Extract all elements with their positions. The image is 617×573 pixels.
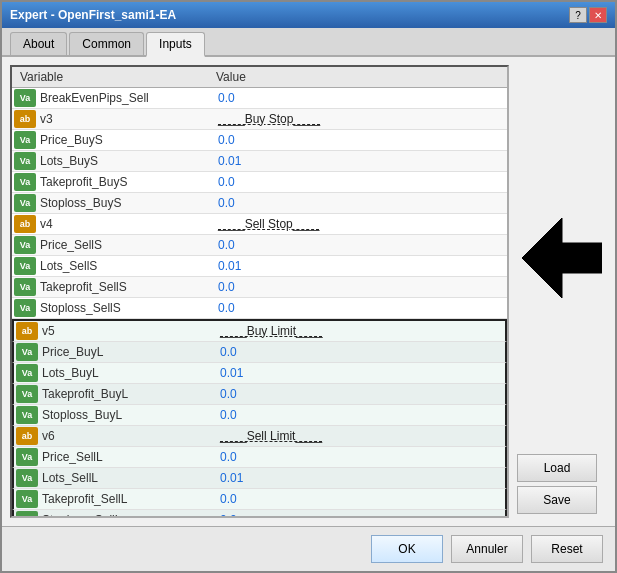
variable-value[interactable]: 0.0	[214, 238, 507, 252]
variable-name: Price_BuyS	[36, 133, 214, 147]
window-title: Expert - OpenFirst_sami1-EA	[10, 8, 176, 22]
variable-name: Stoploss_BuyS	[36, 196, 214, 210]
table-row[interactable]: VaPrice_BuyL0.0	[12, 342, 507, 363]
tab-about[interactable]: About	[10, 32, 67, 55]
variable-value[interactable]: 0.0	[216, 345, 505, 359]
variable-name: v6	[38, 429, 216, 443]
table-row[interactable]: VaStoploss_SellS0.0	[12, 298, 507, 319]
variable-name: Price_SellS	[36, 238, 214, 252]
side-panel: Load Save	[517, 65, 607, 518]
va-icon: Va	[16, 385, 38, 403]
va-icon: Va	[14, 173, 36, 191]
va-icon: Va	[14, 152, 36, 170]
variable-name: Takeprofit_BuyL	[38, 387, 216, 401]
variable-value[interactable]: 0.0	[214, 280, 507, 294]
variable-value[interactable]: ____Sell Limit____	[216, 429, 505, 443]
reset-button[interactable]: Reset	[531, 535, 603, 563]
variable-value[interactable]: 0.0	[214, 196, 507, 210]
table-row[interactable]: VaTakeprofit_BuyL0.0	[12, 384, 507, 405]
arrow-icon	[522, 198, 602, 318]
table-header: Variable Value	[12, 67, 507, 88]
variable-value[interactable]: 0.01	[214, 259, 507, 273]
variable-value[interactable]: ____Sell Stop____	[214, 217, 507, 231]
va-icon: Va	[16, 469, 38, 487]
table-row[interactable]: VaStoploss_SellL0.0	[12, 510, 507, 516]
table-row[interactable]: abv6____Sell Limit____	[12, 426, 507, 447]
load-button[interactable]: Load	[517, 454, 597, 482]
svg-marker-0	[522, 218, 602, 298]
table-row[interactable]: VaTakeprofit_SellL0.0	[12, 489, 507, 510]
table-row[interactable]: VaLots_BuyL0.01	[12, 363, 507, 384]
variable-name: Stoploss_SellL	[38, 513, 216, 516]
va-icon: Va	[16, 406, 38, 424]
variable-value[interactable]: 0.01	[214, 154, 507, 168]
variable-value[interactable]: 0.0	[214, 91, 507, 105]
column-value: Value	[216, 70, 503, 84]
variable-name: Lots_SellS	[36, 259, 214, 273]
table-row[interactable]: VaPrice_SellS0.0	[12, 235, 507, 256]
table-row[interactable]: VaTakeprofit_SellS0.0	[12, 277, 507, 298]
variable-name: v5	[38, 324, 216, 338]
table-row[interactable]: VaStoploss_BuyS0.0	[12, 193, 507, 214]
variable-value[interactable]: ____Buy Stop____	[214, 112, 507, 126]
variable-name: Lots_BuyL	[38, 366, 216, 380]
variable-name: Stoploss_BuyL	[38, 408, 216, 422]
table-row[interactable]: VaLots_SellS0.01	[12, 256, 507, 277]
variable-value[interactable]: 0.0	[216, 450, 505, 464]
table-row[interactable]: VaStoploss_BuyL0.0	[12, 405, 507, 426]
table-row[interactable]: abv3____Buy Stop____	[12, 109, 507, 130]
content-area: Variable Value VaBreakEvenPips_Sell0.0ab…	[2, 57, 615, 526]
help-button[interactable]: ?	[569, 7, 587, 23]
table-row[interactable]: abv4____Sell Stop____	[12, 214, 507, 235]
variable-name: Stoploss_SellS	[36, 301, 214, 315]
column-variable: Variable	[16, 70, 216, 84]
variable-value[interactable]: 0.01	[216, 471, 505, 485]
variable-name: Takeprofit_SellS	[36, 280, 214, 294]
variable-name: BreakEvenPips_Sell	[36, 91, 214, 105]
variable-name: v4	[36, 217, 214, 231]
ab-icon: ab	[16, 322, 38, 340]
table-row[interactable]: VaBreakEvenPips_Sell0.0	[12, 88, 507, 109]
tab-bar: About Common Inputs	[2, 28, 615, 57]
variable-value[interactable]: 0.0	[216, 513, 505, 516]
va-icon: Va	[14, 194, 36, 212]
va-icon: Va	[14, 257, 36, 275]
table-row[interactable]: VaPrice_SellL0.0	[12, 447, 507, 468]
variable-value[interactable]: 0.0	[214, 175, 507, 189]
va-icon: Va	[16, 490, 38, 508]
variable-name: Takeprofit_BuyS	[36, 175, 214, 189]
annuler-button[interactable]: Annuler	[451, 535, 523, 563]
save-button[interactable]: Save	[517, 486, 597, 514]
variable-value[interactable]: 0.0	[216, 387, 505, 401]
table-row[interactable]: VaPrice_BuyS0.0	[12, 130, 507, 151]
variable-name: v3	[36, 112, 214, 126]
footer: OK Annuler Reset	[2, 526, 615, 571]
ok-button[interactable]: OK	[371, 535, 443, 563]
variable-value[interactable]: ____Buy Limit____	[216, 324, 505, 338]
va-icon: Va	[16, 343, 38, 361]
close-button[interactable]: ✕	[589, 7, 607, 23]
variable-value[interactable]: 0.0	[216, 408, 505, 422]
table-row[interactable]: abv5____Buy Limit____	[12, 319, 507, 342]
tab-inputs[interactable]: Inputs	[146, 32, 205, 57]
variable-value[interactable]: 0.01	[216, 366, 505, 380]
variable-value[interactable]: 0.0	[214, 133, 507, 147]
table-row[interactable]: VaTakeprofit_BuyS0.0	[12, 172, 507, 193]
va-icon: Va	[16, 364, 38, 382]
variable-name: Takeprofit_SellL	[38, 492, 216, 506]
variables-table: Variable Value VaBreakEvenPips_Sell0.0ab…	[10, 65, 509, 518]
variable-value[interactable]: 0.0	[214, 301, 507, 315]
va-icon: Va	[16, 511, 38, 516]
va-icon: Va	[14, 131, 36, 149]
table-row[interactable]: VaLots_SellL0.01	[12, 468, 507, 489]
tab-common[interactable]: Common	[69, 32, 144, 55]
variable-value[interactable]: 0.0	[216, 492, 505, 506]
va-icon: Va	[14, 278, 36, 296]
table-body[interactable]: VaBreakEvenPips_Sell0.0abv3____Buy Stop_…	[12, 88, 507, 516]
table-row[interactable]: VaLots_BuyS0.01	[12, 151, 507, 172]
va-icon: Va	[14, 299, 36, 317]
title-bar: Expert - OpenFirst_sami1-EA ? ✕	[2, 2, 615, 28]
ab-icon: ab	[16, 427, 38, 445]
variable-name: Price_BuyL	[38, 345, 216, 359]
variable-name: Price_SellL	[38, 450, 216, 464]
